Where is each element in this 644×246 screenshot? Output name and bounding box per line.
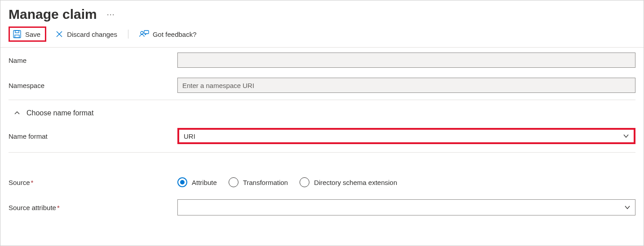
source-radio-transformation[interactable]: Transformation — [229, 177, 288, 187]
close-icon — [55, 30, 63, 38]
chevron-down-icon — [624, 204, 631, 211]
name-format-label: Name format — [9, 132, 177, 140]
chevron-up-icon — [14, 110, 20, 116]
toolbar-separator — [128, 30, 128, 39]
feedback-icon — [139, 30, 149, 39]
name-format-select[interactable]: URI — [177, 128, 635, 144]
source-radio-attribute[interactable]: Attribute — [177, 177, 217, 187]
source-radio-directory-schema[interactable]: Directory schema extension — [300, 177, 397, 187]
name-input[interactable] — [177, 53, 635, 68]
source-radio-attribute-label: Attribute — [192, 179, 217, 186]
required-indicator: * — [57, 204, 60, 211]
source-attribute-label: Source attribute* — [9, 204, 177, 211]
discard-button-label: Discard changes — [67, 31, 117, 38]
feedback-button-label: Got feedback? — [153, 31, 197, 38]
svg-point-5 — [141, 31, 143, 34]
namespace-label: Namespace — [9, 82, 177, 89]
choose-name-format-toggle[interactable]: Choose name format — [9, 100, 635, 123]
page-title: Manage claim — [9, 7, 97, 22]
svg-rect-6 — [144, 31, 149, 34]
name-label: Name — [9, 57, 177, 64]
source-attribute-select[interactable] — [177, 199, 635, 215]
source-radio-transformation-label: Transformation — [243, 179, 288, 186]
svg-rect-1 — [15, 35, 19, 38]
more-options-icon[interactable]: ··· — [107, 10, 115, 19]
required-indicator: * — [31, 179, 34, 186]
name-format-value: URI — [184, 132, 195, 140]
chevron-down-icon — [623, 133, 629, 139]
namespace-input[interactable] — [177, 78, 635, 93]
choose-name-format-label: Choose name format — [26, 109, 93, 117]
source-label: Source* — [9, 179, 177, 186]
save-button-label: Save — [25, 31, 40, 38]
svg-rect-2 — [15, 31, 19, 33]
save-button[interactable]: Save — [9, 26, 46, 42]
feedback-button[interactable]: Got feedback? — [136, 27, 200, 41]
discard-button[interactable]: Discard changes — [52, 27, 121, 41]
source-radio-directory-schema-label: Directory schema extension — [314, 179, 397, 186]
save-icon — [13, 30, 22, 39]
